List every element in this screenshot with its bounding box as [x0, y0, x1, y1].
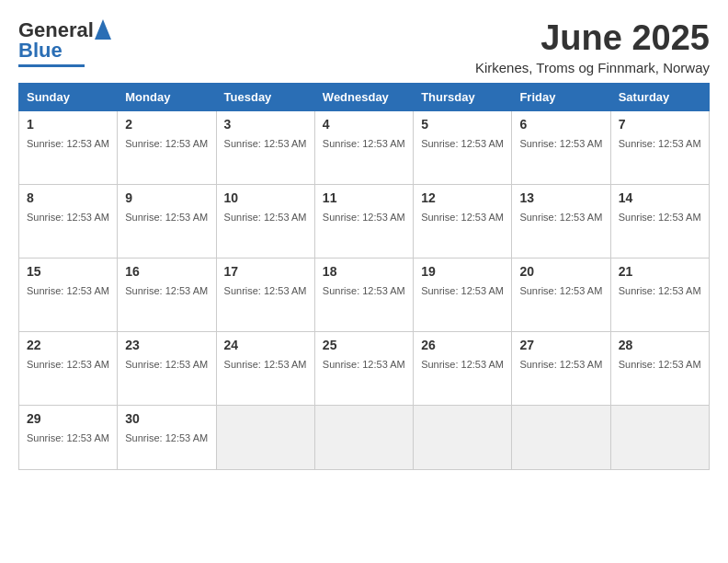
- calendar-week-row: 22Sunrise: 12:53 AM23Sunrise: 12:53 AM24…: [19, 332, 710, 406]
- calendar-cell: 6Sunrise: 12:53 AM: [512, 111, 610, 185]
- calendar-header-row: SundayMondayTuesdayWednesdayThursdayFrid…: [19, 84, 710, 111]
- calendar-cell: 13Sunrise: 12:53 AM: [512, 185, 610, 259]
- logo-underline: [18, 64, 85, 67]
- sunrise-info: Sunrise: 12:53 AM: [224, 138, 307, 149]
- header: General Blue June 2025 Kirkenes, Troms o…: [18, 18, 710, 75]
- calendar-cell: 22Sunrise: 12:53 AM: [19, 332, 118, 406]
- sunrise-info: Sunrise: 12:53 AM: [619, 212, 701, 223]
- day-number: 3: [224, 117, 307, 132]
- location: Kirkenes, Troms og Finnmark, Norway: [475, 60, 710, 75]
- logo-blue-text: Blue: [18, 39, 63, 63]
- day-number: 14: [619, 190, 701, 205]
- calendar-cell: 19Sunrise: 12:53 AM: [414, 259, 512, 332]
- sunrise-info: Sunrise: 12:53 AM: [125, 432, 208, 443]
- sunrise-info: Sunrise: 12:53 AM: [27, 285, 109, 296]
- day-number: 24: [224, 338, 307, 352]
- calendar-cell: 25Sunrise: 12:53 AM: [314, 332, 413, 406]
- sunrise-info: Sunrise: 12:53 AM: [323, 212, 405, 223]
- sunrise-info: Sunrise: 12:53 AM: [519, 212, 602, 223]
- title-area: June 2025 Kirkenes, Troms og Finnmark, N…: [475, 18, 710, 75]
- calendar-cell: 15Sunrise: 12:53 AM: [19, 259, 118, 332]
- col-header-saturday: Saturday: [610, 84, 709, 111]
- sunrise-info: Sunrise: 12:53 AM: [125, 359, 208, 370]
- sunrise-info: Sunrise: 12:53 AM: [323, 359, 405, 370]
- day-number: 28: [619, 338, 701, 352]
- sunrise-info: Sunrise: 12:53 AM: [421, 359, 504, 370]
- col-header-monday: Monday: [118, 84, 216, 111]
- calendar-cell: 24Sunrise: 12:53 AM: [216, 332, 314, 406]
- sunrise-info: Sunrise: 12:53 AM: [421, 138, 504, 149]
- col-header-thursday: Thursday: [414, 84, 512, 111]
- calendar-week-row: 15Sunrise: 12:53 AM16Sunrise: 12:53 AM17…: [19, 259, 710, 332]
- day-number: 2: [125, 117, 208, 132]
- calendar-cell: [314, 406, 413, 470]
- day-number: 15: [27, 264, 109, 279]
- day-number: 13: [519, 190, 602, 205]
- sunrise-info: Sunrise: 12:53 AM: [27, 432, 109, 443]
- calendar-cell: 29Sunrise: 12:53 AM: [19, 406, 118, 470]
- sunrise-info: Sunrise: 12:53 AM: [125, 138, 208, 149]
- sunrise-info: Sunrise: 12:53 AM: [27, 212, 109, 223]
- col-header-sunday: Sunday: [19, 84, 118, 111]
- day-number: 8: [27, 190, 109, 205]
- calendar-cell: 18Sunrise: 12:53 AM: [314, 259, 413, 332]
- logo-icon: [95, 19, 111, 40]
- calendar-cell: [610, 406, 709, 470]
- sunrise-info: Sunrise: 12:53 AM: [619, 359, 701, 370]
- svg-marker-0: [95, 19, 111, 40]
- calendar-cell: 5Sunrise: 12:53 AM: [414, 111, 512, 185]
- col-header-wednesday: Wednesday: [314, 84, 413, 111]
- calendar-cell: 17Sunrise: 12:53 AM: [216, 259, 314, 332]
- day-number: 9: [125, 190, 208, 205]
- day-number: 18: [323, 264, 405, 279]
- col-header-friday: Friday: [512, 84, 610, 111]
- day-number: 5: [421, 117, 504, 132]
- sunrise-info: Sunrise: 12:53 AM: [27, 359, 109, 370]
- calendar-cell: 10Sunrise: 12:53 AM: [216, 185, 314, 259]
- calendar-cell: 28Sunrise: 12:53 AM: [610, 332, 709, 406]
- day-number: 21: [619, 264, 701, 279]
- sunrise-info: Sunrise: 12:53 AM: [224, 285, 307, 296]
- calendar-cell: 21Sunrise: 12:53 AM: [610, 259, 709, 332]
- calendar-cell: 23Sunrise: 12:53 AM: [118, 332, 216, 406]
- calendar-cell: 27Sunrise: 12:53 AM: [512, 332, 610, 406]
- day-number: 10: [224, 190, 307, 205]
- month-title: June 2025: [475, 18, 710, 58]
- calendar-cell: 1Sunrise: 12:53 AM: [19, 111, 118, 185]
- calendar-cell: 16Sunrise: 12:53 AM: [118, 259, 216, 332]
- calendar-week-row: 29Sunrise: 12:53 AM30Sunrise: 12:53 AM: [19, 406, 710, 470]
- sunrise-info: Sunrise: 12:53 AM: [323, 138, 405, 149]
- day-number: 12: [421, 190, 504, 205]
- calendar-cell: 9Sunrise: 12:53 AM: [118, 185, 216, 259]
- sunrise-info: Sunrise: 12:53 AM: [619, 285, 701, 296]
- day-number: 11: [323, 190, 405, 205]
- day-number: 20: [519, 264, 602, 279]
- day-number: 22: [27, 338, 109, 352]
- calendar-cell: 12Sunrise: 12:53 AM: [414, 185, 512, 259]
- day-number: 19: [421, 264, 504, 279]
- calendar-cell: 30Sunrise: 12:53 AM: [118, 406, 216, 470]
- day-number: 16: [125, 264, 208, 279]
- calendar-cell: 8Sunrise: 12:53 AM: [19, 185, 118, 259]
- sunrise-info: Sunrise: 12:53 AM: [519, 359, 602, 370]
- day-number: 7: [619, 117, 701, 132]
- sunrise-info: Sunrise: 12:53 AM: [619, 138, 701, 149]
- calendar-cell: 2Sunrise: 12:53 AM: [118, 111, 216, 185]
- day-number: 1: [27, 117, 109, 132]
- sunrise-info: Sunrise: 12:53 AM: [421, 212, 504, 223]
- sunrise-info: Sunrise: 12:53 AM: [27, 138, 109, 149]
- day-number: 23: [125, 338, 208, 352]
- calendar-cell: [512, 406, 610, 470]
- logo: General Blue: [18, 18, 111, 67]
- day-number: 27: [519, 338, 602, 352]
- calendar-week-row: 8Sunrise: 12:53 AM9Sunrise: 12:53 AM10Su…: [19, 185, 710, 259]
- calendar-cell: [414, 406, 512, 470]
- day-number: 26: [421, 338, 504, 352]
- calendar-cell: 14Sunrise: 12:53 AM: [610, 185, 709, 259]
- calendar-week-row: 1Sunrise: 12:53 AM2Sunrise: 12:53 AM3Sun…: [19, 111, 710, 185]
- sunrise-info: Sunrise: 12:53 AM: [519, 285, 602, 296]
- sunrise-info: Sunrise: 12:53 AM: [323, 285, 405, 296]
- sunrise-info: Sunrise: 12:53 AM: [125, 212, 208, 223]
- calendar-cell: 4Sunrise: 12:53 AM: [314, 111, 413, 185]
- calendar-cell: 7Sunrise: 12:53 AM: [610, 111, 709, 185]
